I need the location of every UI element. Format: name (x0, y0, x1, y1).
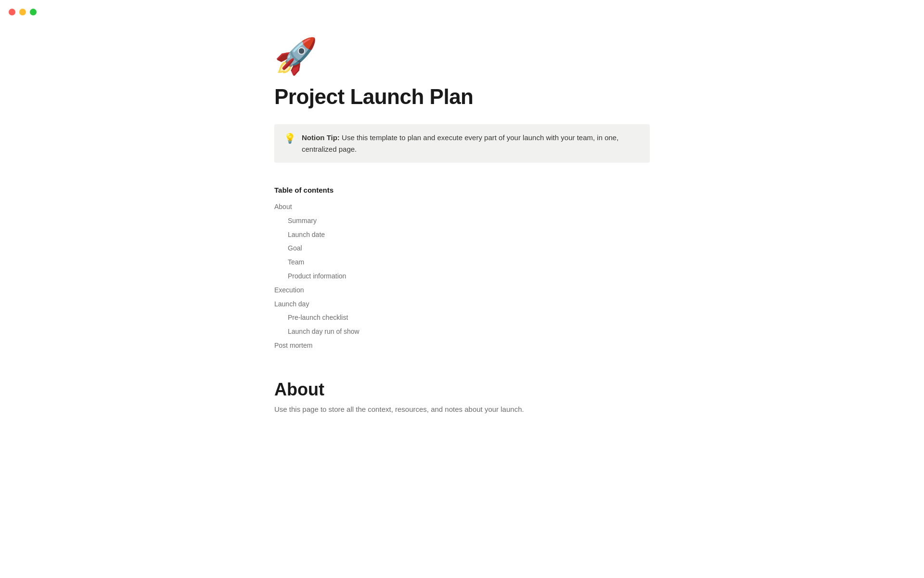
toc-item[interactable]: Post mortem (274, 339, 650, 353)
about-section: About Use this page to store all the con… (274, 380, 650, 415)
toc-heading: Table of contents (274, 186, 650, 194)
about-title: About (274, 380, 650, 400)
page-title: Project Launch Plan (274, 85, 650, 109)
toc-item[interactable]: Team (288, 255, 650, 269)
callout-prefix: Notion Tip: (302, 133, 340, 142)
toc-link[interactable]: Post mortem (274, 342, 312, 349)
callout-icon: 💡 (284, 132, 296, 144)
toc-item[interactable]: Launch date (288, 228, 650, 242)
toc-link[interactable]: Launch day run of show (288, 328, 359, 335)
toc-link[interactable]: Launch date (288, 231, 325, 238)
toc-item[interactable]: Product information (288, 269, 650, 283)
toc-item[interactable]: Launch day (274, 297, 650, 311)
table-of-contents: Table of contents AboutSummaryLaunch dat… (274, 186, 650, 353)
minimize-button[interactable] (19, 9, 26, 15)
toc-link[interactable]: Launch day (274, 300, 309, 308)
about-subtitle: Use this page to store all the context, … (274, 404, 650, 415)
page-icon: 🚀 (274, 39, 650, 73)
main-content: 🚀 Project Launch Plan 💡 Notion Tip: Use … (245, 0, 679, 463)
toc-link[interactable]: Execution (274, 286, 304, 294)
toc-link[interactable]: Team (288, 258, 304, 266)
callout-body: Use this template to plan and execute ev… (302, 133, 618, 153)
maximize-button[interactable] (30, 9, 37, 15)
toc-item[interactable]: Execution (274, 283, 650, 297)
traffic-lights (9, 9, 37, 15)
callout-text: Notion Tip: Use this template to plan an… (302, 132, 640, 155)
toc-item[interactable]: Goal (288, 241, 650, 255)
toc-link[interactable]: Goal (288, 244, 302, 252)
toc-link[interactable]: Pre-launch checklist (288, 314, 348, 321)
toc-item[interactable]: About (274, 200, 650, 214)
toc-link[interactable]: About (274, 203, 292, 210)
toc-item[interactable]: Summary (288, 214, 650, 228)
callout-box: 💡 Notion Tip: Use this template to plan … (274, 124, 650, 163)
toc-item[interactable]: Launch day run of show (288, 325, 650, 339)
toc-item[interactable]: Pre-launch checklist (288, 311, 650, 325)
toc-link[interactable]: Product information (288, 272, 346, 280)
toc-link[interactable]: Summary (288, 217, 317, 224)
toc-list: AboutSummaryLaunch dateGoalTeamProduct i… (274, 200, 650, 353)
close-button[interactable] (9, 9, 15, 15)
